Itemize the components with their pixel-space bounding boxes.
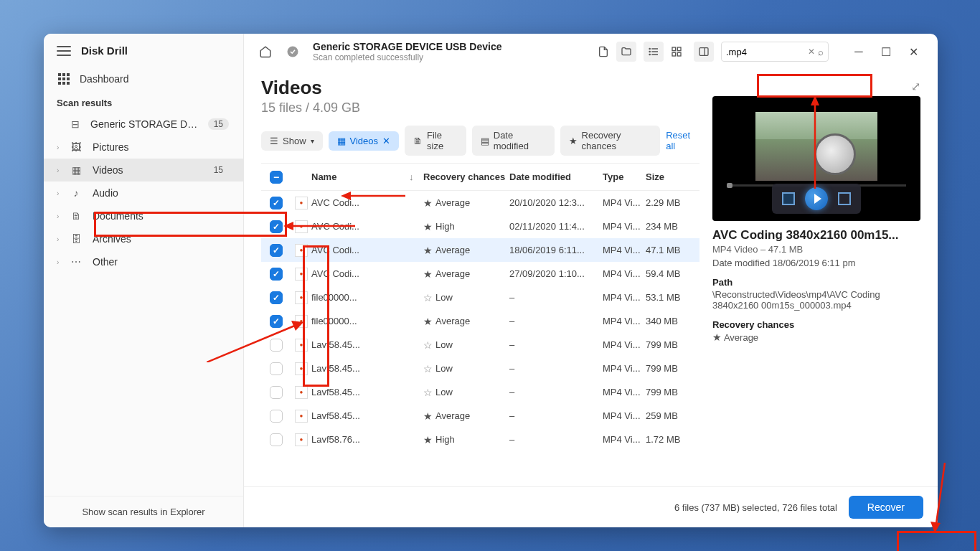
recovery-chance: Average [435,316,470,326]
folder-icon[interactable] [616,42,636,62]
recover-button[interactable]: Recover [849,496,923,519]
file-type: MP4 Vi... [603,410,646,421]
grid-view-icon[interactable] [666,42,687,62]
recovery-chance: High [435,434,455,445]
col-name[interactable]: Name [311,171,409,182]
star-icon: ☆ [423,387,433,398]
split-view-icon[interactable] [694,42,714,62]
svg-point-6 [649,54,650,55]
close-button[interactable]: ✕ [900,42,926,62]
videos-filter-chip[interactable]: ▦Videos✕ [329,131,400,151]
table-row[interactable]: AVC Codi... ★Average 18/06/2019 6:11... … [261,238,699,262]
fullscreen-button[interactable] [838,192,851,205]
svg-marker-14 [283,222,293,230]
row-checkbox[interactable] [270,268,283,281]
search-box[interactable]: ✕ ⌕ [721,42,829,62]
sidebar: Disk Drill Dashboard Scan results ⊟ Gene… [44,34,244,527]
reset-all-link[interactable]: Reset all [666,130,699,151]
table-row[interactable]: Lavf58.45... ☆Low – MP4 Vi... 799 MB [261,333,699,357]
chevron-right-icon: › [57,258,59,266]
recovery-filter[interactable]: ★Recovery chances [560,126,661,156]
chevron-right-icon: › [57,143,59,151]
star-icon: ★ [423,434,433,446]
sidebar-dashboard[interactable]: Dashboard [44,67,243,90]
home-icon[interactable] [255,42,275,62]
row-checkbox[interactable] [270,410,283,423]
date-modified: – [509,363,603,374]
col-recovery[interactable]: Recovery chances [423,171,509,182]
category-icon: ♪ [70,188,83,198]
sidebar-item-archives[interactable]: ›🗄Archives [44,227,243,250]
star-icon: ★ [423,221,433,232]
file-name: file00000... [311,292,409,303]
row-checkbox[interactable] [270,197,283,209]
file-icon[interactable] [593,42,613,62]
chevron-right-icon: › [57,189,59,197]
popout-icon[interactable]: ⤢ [911,80,920,93]
clear-search-icon[interactable]: ✕ [808,47,815,57]
play-button[interactable] [805,187,828,210]
svg-line-19 [936,463,945,524]
list-view-icon[interactable] [644,42,664,62]
sidebar-item-documents[interactable]: ›🗎Documents [44,204,243,227]
file-type: MP4 Vi... [603,387,646,397]
table-row[interactable]: AVC Codi... ★Average 20/10/2020 12:3... … [261,191,699,215]
date-filter[interactable]: ▤Date modified [472,126,555,156]
recovery-chance: Average [435,268,470,279]
file-type: MP4 Vi... [603,221,646,232]
sidebar-item-pictures[interactable]: ›🖼Pictures [44,136,243,159]
table-row[interactable]: Lavf58.45... ★Average – MP4 Vi... 259 MB [261,404,699,428]
hamburger-icon[interactable] [57,46,71,56]
file-type: MP4 Vi... [603,245,646,255]
file-type: MP4 Vi... [603,268,646,279]
row-checkbox[interactable] [270,291,283,304]
stop-button[interactable] [782,192,795,205]
svg-rect-9 [672,52,676,56]
sidebar-device[interactable]: ⊟ Generic STORAGE DEVIC... 15 [44,113,243,136]
file-size: 59.4 MB [646,268,699,279]
col-size[interactable]: Size [646,171,699,182]
search-icon[interactable]: ⌕ [818,47,824,57]
date-modified: – [509,316,603,326]
show-dropdown[interactable]: ☰Show▾ [261,131,323,151]
video-icon: ▦ [337,136,346,146]
col-type[interactable]: Type [603,171,646,182]
search-input[interactable] [726,47,805,57]
row-checkbox[interactable] [270,433,283,446]
recovery-chance: Low [435,387,453,397]
file-size: 259 MB [646,410,699,421]
date-modified: 02/11/2020 11:4... [509,221,603,232]
table-row[interactable]: Lavf58.45... ☆Low – MP4 Vi... 799 MB [261,380,699,404]
row-checkbox[interactable] [270,244,283,257]
file-size: 234 MB [646,221,699,232]
row-checkbox[interactable] [270,362,283,375]
table-header: Name ↓ Recovery chances Date modified Ty… [261,164,699,191]
row-checkbox[interactable] [270,220,283,233]
date-modified: 18/06/2019 6:11... [509,245,603,255]
file-name: AVC Codi... [311,245,409,255]
show-in-explorer[interactable]: Show scan results in Explorer [44,496,243,527]
scan-results-section: Scan results [44,90,243,113]
file-type-icon [295,386,308,399]
filesize-filter[interactable]: 🗎File size [405,126,466,156]
table-row[interactable]: Lavf58.45... ☆Low – MP4 Vi... 799 MB [261,357,699,380]
sort-icon[interactable]: ↓ [409,171,423,182]
close-chip-icon[interactable]: ✕ [382,136,390,146]
file-name: Lavf58.76... [311,434,409,445]
table-row[interactable]: file00000... ★Average – MP4 Vi... 340 MB [261,309,699,333]
filesize-icon: 🗎 [413,136,423,146]
table-row[interactable]: Lavf58.76... ★High – MP4 Vi... 1.72 MB [261,428,699,451]
minimize-button[interactable]: ─ [846,42,872,62]
col-date[interactable]: Date modified [509,171,603,182]
preview-date: Date modified 18/06/2019 6:11 pm [712,258,920,268]
table-row[interactable]: file00000... ☆Low – MP4 Vi... 53.1 MB [261,286,699,309]
sidebar-item-videos[interactable]: ›▦Videos15 [44,159,243,182]
table-row[interactable]: AVC Codi... ★Average 27/09/2020 1:10... … [261,262,699,286]
row-checkbox[interactable] [270,386,283,399]
file-type: MP4 Vi... [603,434,646,445]
sidebar-item-other[interactable]: ›⋯Other [44,250,243,273]
item-badge: 15 [208,164,229,176]
sidebar-item-audio[interactable]: ›♪Audio [44,182,243,204]
maximize-button[interactable]: ☐ [873,42,899,62]
select-all-checkbox[interactable] [270,171,283,184]
